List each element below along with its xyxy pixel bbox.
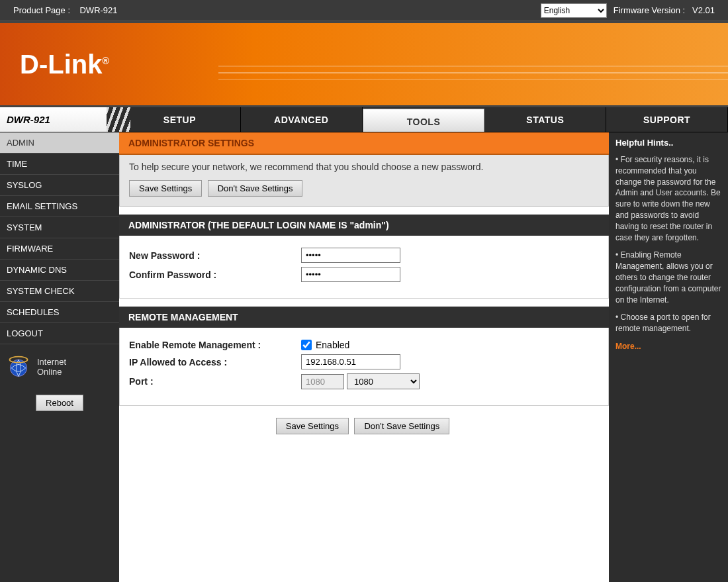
intro-text: To help secure your network, we recommen…	[129, 162, 599, 172]
port-label: Port :	[129, 376, 301, 387]
sidebar-item-firmware[interactable]: FIRMWARE	[0, 238, 119, 260]
enable-remote-label: Enable Remote Management :	[129, 340, 301, 350]
hints-title: Helpful Hints..	[615, 138, 721, 148]
enabled-text: Enabled	[316, 340, 349, 350]
save-settings-button-top[interactable]: Save Settings	[129, 180, 202, 197]
sidebar-item-time[interactable]: TIME	[0, 154, 119, 175]
new-password-label: New Password :	[129, 250, 301, 261]
remote-management-form: Enable Remote Management : Enabled IP Al…	[119, 328, 609, 406]
top-bar: Product Page : DWR-921 English Firmware …	[0, 0, 728, 21]
sidebar-item-system[interactable]: SYSTEM	[0, 217, 119, 238]
internet-line2: Online	[37, 367, 66, 377]
internet-status: Internet Online	[0, 344, 119, 389]
ip-allowed-label: IP Allowed to Access :	[129, 357, 301, 367]
tab-setup[interactable]: SETUP	[119, 107, 241, 132]
intro-box: To help secure your network, we recommen…	[119, 155, 609, 207]
internet-line1: Internet	[37, 357, 66, 367]
language-select[interactable]: English	[541, 3, 607, 18]
reboot-button[interactable]: Reboot	[36, 395, 83, 411]
firmware-value: V2.01	[692, 5, 715, 15]
firmware-version: Firmware Version : V2.01	[614, 5, 715, 15]
tab-support[interactable]: SUPPORT	[606, 107, 728, 132]
confirm-password-label: Confirm Password :	[129, 269, 301, 280]
more-link[interactable]: More...	[615, 341, 721, 352]
hint-3: Choose a port to open for remote managem…	[615, 312, 721, 334]
workspace: ADMIN TIME SYSLOG EMAIL SETTINGS SYSTEM …	[0, 132, 728, 582]
helpful-hints: Helpful Hints.. For security reasons, it…	[609, 132, 728, 582]
administrator-section-header: ADMINISTRATOR (THE DEFAULT LOGIN NAME IS…	[119, 215, 609, 236]
brand-logo: D-Link®	[20, 50, 109, 79]
enable-remote-checkbox[interactable]	[301, 340, 312, 350]
sidebar-item-admin[interactable]: ADMIN	[0, 132, 119, 154]
dont-save-settings-button-top[interactable]: Don't Save Settings	[208, 180, 303, 197]
tab-status[interactable]: STATUS	[484, 107, 606, 132]
product-page-label: Product Page : DWR-921	[13, 5, 541, 15]
sidebar-item-email-settings[interactable]: EMAIL SETTINGS	[0, 196, 119, 217]
ip-allowed-input[interactable]	[301, 354, 400, 369]
nav-tabs: DWR-921 SETUP ADVANCED TOOLS STATUS SUPP…	[0, 107, 728, 132]
dont-save-settings-button-bottom[interactable]: Don't Save Settings	[354, 418, 449, 434]
sidebar-item-syslog[interactable]: SYSLOG	[0, 175, 119, 196]
bottom-button-row: Save Settings Don't Save Settings	[119, 418, 609, 434]
sidebar-item-logout[interactable]: LOGOUT	[0, 323, 119, 344]
sidebar-item-schedules[interactable]: SCHEDULES	[0, 302, 119, 323]
remote-management-section-header: REMOTE MANAGEMENT	[119, 307, 609, 328]
sidebar-item-system-check[interactable]: SYSTEM CHECK	[0, 281, 119, 302]
product-page-value: DWR-921	[79, 5, 117, 15]
port-text	[301, 374, 344, 389]
product-page-prefix: Product Page :	[13, 5, 70, 15]
sidebar: ADMIN TIME SYSLOG EMAIL SETTINGS SYSTEM …	[0, 132, 119, 582]
tab-tools[interactable]: TOOLS	[363, 109, 485, 132]
new-password-input[interactable]	[301, 248, 400, 263]
save-settings-button-bottom[interactable]: Save Settings	[276, 418, 349, 434]
port-select[interactable]: 1080	[347, 373, 420, 389]
hint-2: Enabling Remote Management, allows you o…	[615, 250, 721, 305]
brand-banner: D-Link®	[0, 21, 728, 107]
content-area: ADMINISTRATOR SETTINGS To help secure yo…	[119, 132, 609, 582]
hint-1: For security reasons, it is recommended …	[615, 154, 721, 243]
tab-advanced[interactable]: ADVANCED	[241, 107, 363, 132]
firmware-label: Firmware Version :	[614, 5, 685, 15]
globe-icon	[7, 355, 30, 379]
page-title: ADMINISTRATOR SETTINGS	[119, 132, 609, 155]
confirm-password-input[interactable]	[301, 267, 400, 282]
device-model: DWR-921	[0, 107, 119, 132]
administrator-form: New Password : Confirm Password :	[119, 236, 609, 299]
sidebar-item-dynamic-dns[interactable]: DYNAMIC DNS	[0, 260, 119, 281]
